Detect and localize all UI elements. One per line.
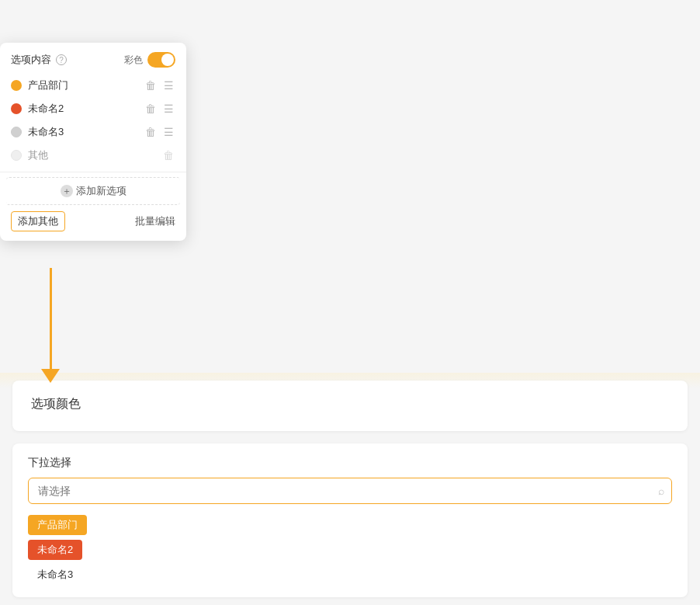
tag-item[interactable]: 未命名3: [28, 565, 82, 585]
add-other-button[interactable]: 添加其他: [11, 211, 65, 231]
popup-title: 选项内容: [11, 53, 51, 67]
option-color-dot: [11, 80, 22, 91]
info-icon[interactable]: ?: [56, 54, 67, 65]
add-option-button[interactable]: ＋ 添加新选项: [6, 177, 180, 205]
dropdown-section: 下拉选择 ⌕ 产品部门 未命名2 未命名3: [12, 443, 688, 597]
option-name: 未命名3: [28, 125, 137, 139]
color-label: 彩色: [124, 54, 143, 67]
popup-header-left: 选项内容 ?: [11, 53, 67, 67]
color-section-card: 选项颜色: [12, 381, 688, 431]
option-icons: 🗑 ☰: [144, 78, 175, 92]
tag-item[interactable]: 产品部门: [28, 515, 87, 535]
arrow-indicator: [41, 268, 60, 383]
tag-item[interactable]: 未命名2: [28, 540, 82, 560]
tag-list: 产品部门 未命名2 未命名3: [28, 512, 669, 585]
option-item: 未命名3 🗑 ☰: [6, 120, 180, 144]
option-item: 产品部门 🗑 ☰: [6, 74, 180, 97]
search-icon: ⌕: [658, 485, 664, 497]
tag-label: 未命名3: [37, 568, 73, 582]
delete-icon[interactable]: 🗑: [161, 148, 175, 162]
drag-icon[interactable]: ☰: [162, 102, 175, 116]
batch-edit-button[interactable]: 批量编辑: [135, 214, 175, 228]
section-title: 选项颜色: [31, 396, 669, 412]
option-name: 产品部门: [28, 78, 137, 92]
tag-label: 产品部门: [37, 518, 78, 532]
plus-icon: ＋: [61, 185, 73, 197]
popup-footer: 添加其他 批量编辑: [0, 205, 186, 241]
option-list: 产品部门 🗑 ☰ 未命名2 🗑 ☰ 未命名3 🗑 ☰: [0, 74, 186, 167]
search-input-wrapper: ⌕: [28, 478, 672, 504]
option-item: 未命名2 🗑 ☰: [6, 97, 180, 120]
options-popup: 选项内容 ? 彩色 产品部门 🗑 ☰ 未命名2 🗑 ☰: [0, 43, 186, 241]
tag-label: 未命名2: [37, 543, 73, 557]
delete-icon[interactable]: 🗑: [144, 78, 158, 92]
drag-icon[interactable]: ☰: [162, 125, 175, 139]
arrow-head: [41, 369, 60, 383]
divider: [0, 172, 186, 172]
option-icons: 🗑: [161, 148, 175, 162]
option-icons: 🗑 ☰: [144, 125, 175, 139]
color-toggle[interactable]: [147, 52, 175, 68]
delete-icon[interactable]: 🗑: [144, 102, 158, 116]
dropdown-search-input[interactable]: [28, 478, 672, 504]
option-icons: 🗑 ☰: [144, 102, 175, 116]
option-name: 未命名2: [28, 102, 137, 116]
delete-icon[interactable]: 🗑: [144, 125, 158, 139]
option-color-dot: [11, 127, 22, 137]
arrow-line: [50, 268, 52, 369]
popup-header: 选项内容 ? 彩色: [0, 43, 186, 74]
dropdown-label: 下拉选择: [28, 456, 672, 470]
option-name: 其他: [28, 148, 155, 162]
add-option-label: 添加新选项: [76, 184, 126, 198]
main-content: 选项颜色 下拉选择 ⌕ 产品部门 未命名2 未命名3: [0, 381, 700, 597]
option-color-dot: [11, 150, 22, 161]
other-option-item: 其他 🗑: [6, 144, 180, 167]
dropdown-scroll: 产品部门 未命名2 未命名3: [28, 512, 672, 585]
drag-icon[interactable]: ☰: [162, 78, 175, 92]
option-color-dot: [11, 103, 22, 114]
